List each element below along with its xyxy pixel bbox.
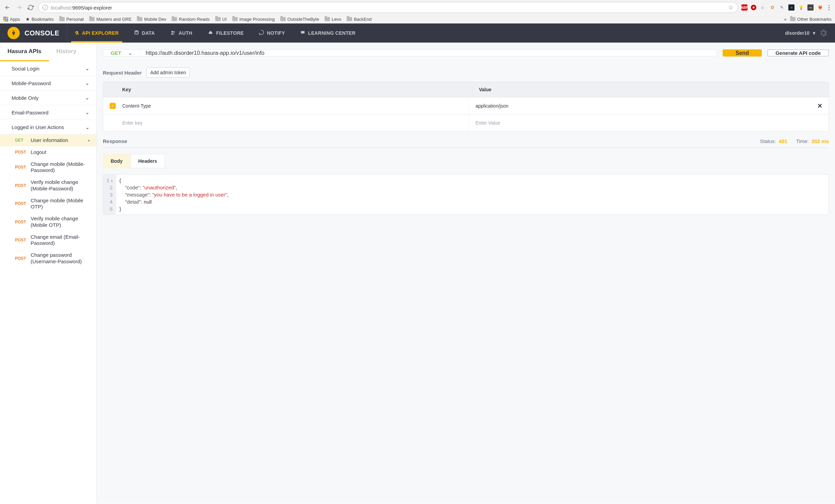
caret-down-icon: ▾ xyxy=(813,30,815,36)
ext-icon-4[interactable]: ✪ xyxy=(769,4,775,11)
console-label: CONSOLE xyxy=(25,29,59,37)
levo-folder[interactable]: Levo xyxy=(325,17,341,22)
chevron-down-icon: ⌄ xyxy=(128,50,132,56)
bookmarks-folder[interactable]: ★Bookmarks xyxy=(26,16,54,22)
database-icon xyxy=(134,30,139,36)
browser-chrome: i localhost:9695/api-explorer ☆ ABP ◐ ✪ … xyxy=(0,0,835,23)
other-bookmarks[interactable]: Other Bookmarks xyxy=(790,17,832,22)
url-text: localhost:9695/api-explorer xyxy=(51,5,112,11)
imageproc-folder[interactable]: Image Processing xyxy=(232,17,275,22)
extension-icons: ABP ◐ ✪ ✎ ⚛ 💡 ••• 🦊 xyxy=(741,4,832,11)
request-line: GET⌄ https://auth.disorder10.hasura-app.… xyxy=(103,49,717,57)
api-change-mobile-otp[interactable]: POSTChange mobile (Mobile OTP) xyxy=(0,195,96,213)
dropper-icon[interactable]: ✎ xyxy=(779,4,785,11)
group-logged-in-user[interactable]: Logged in User Actions⌃ xyxy=(0,120,96,135)
method-select[interactable]: GET⌄ xyxy=(103,50,140,56)
group-mobile-only[interactable]: Mobile Only⌄ xyxy=(0,91,96,105)
generate-api-code-button[interactable]: Generate API code xyxy=(767,49,829,57)
sidebar: Hasura APIs History Social Login⌄ Mobile… xyxy=(0,43,97,504)
fox-icon[interactable]: 🦊 xyxy=(817,4,823,11)
book-icon xyxy=(300,30,305,36)
site-info-icon[interactable]: i xyxy=(43,5,48,10)
response-title: Response xyxy=(103,138,127,144)
line-gutter: 1 ▾2345 xyxy=(103,175,116,215)
header-value-input[interactable]: Enter Value xyxy=(469,115,829,131)
response-status: 401 xyxy=(779,138,787,144)
url-input[interactable]: https://auth.disorder10.hasura-app.io/v1… xyxy=(140,50,717,56)
top-nav: ⚗API EXPLORER DATA AUTH FILESTORE NOTIFY… xyxy=(67,23,363,43)
api-change-email[interactable]: POSTChange email (Email-Password) xyxy=(0,231,96,250)
remove-header-icon[interactable]: ✕ xyxy=(817,102,822,110)
chevron-up-icon: ⌃ xyxy=(85,124,90,130)
personal-folder[interactable]: Personal xyxy=(59,17,84,22)
cloud-icon xyxy=(207,30,214,36)
sidebar-tab-hasura-apis[interactable]: Hasura APIs xyxy=(0,43,49,61)
abp-icon[interactable]: ABP xyxy=(741,4,747,11)
send-button[interactable]: Send xyxy=(723,49,762,57)
nav-data[interactable]: DATA xyxy=(126,23,162,43)
nav-learning[interactable]: LEARNING CENTER xyxy=(293,23,363,43)
group-email-password[interactable]: Email-Password⌄ xyxy=(0,105,96,120)
header-row-new: Enter key Enter Value xyxy=(103,114,829,131)
svg-point-0 xyxy=(135,30,138,32)
api-verify-mobile-pwd[interactable]: POSTVerify mobile change (Mobile-Passwor… xyxy=(0,176,96,195)
gear-icon[interactable] xyxy=(819,28,828,38)
bookmarks-overflow[interactable]: » xyxy=(784,17,787,22)
reload-button[interactable] xyxy=(27,3,35,12)
ext-icon-8[interactable]: ••• xyxy=(807,4,814,11)
logo-section[interactable]: CONSOLE xyxy=(0,23,67,43)
response-tab-headers[interactable]: Headers xyxy=(130,154,165,168)
apps-shortcut[interactable]: Apps xyxy=(3,17,20,22)
ui-folder[interactable]: UI xyxy=(215,17,227,22)
masters-folder[interactable]: Masters and GRE xyxy=(89,17,131,22)
header-key-input[interactable]: Enter key xyxy=(122,115,469,131)
response-json[interactable]: { "code": "unauthorized", "message": "yo… xyxy=(116,175,829,215)
ext-icon-3[interactable]: ◐ xyxy=(760,4,766,11)
back-button[interactable] xyxy=(3,3,12,12)
randomreads-folder[interactable]: Random Reads xyxy=(172,17,209,22)
backend-folder[interactable]: BackEnd xyxy=(347,17,372,22)
bookmark-star-icon[interactable]: ☆ xyxy=(728,4,734,11)
response-body: 1 ▾2345 { "code": "unauthorized", "messa… xyxy=(103,174,829,215)
api-user-information[interactable]: GETUser information xyxy=(0,135,96,146)
nav-notify[interactable]: NOTIFY xyxy=(251,23,293,43)
group-logged-in-user-items: GETUser information POSTLogout POSTChang… xyxy=(0,135,96,268)
nav-api-explorer[interactable]: ⚗API EXPLORER xyxy=(67,23,126,43)
users-icon xyxy=(170,30,176,36)
react-devtools-icon[interactable]: ⚛ xyxy=(788,4,794,11)
response-time: 202 ms xyxy=(812,138,829,144)
nav-filestore[interactable]: FILESTORE xyxy=(200,23,251,43)
api-change-password[interactable]: POSTChange password (Username-Password) xyxy=(0,249,96,268)
col-value: Value xyxy=(472,82,829,97)
api-logout[interactable]: POSTLogout xyxy=(0,146,96,158)
response-tab-body[interactable]: Body xyxy=(103,154,130,168)
header-value[interactable]: application/json✕ xyxy=(469,98,829,114)
header-checkbox[interactable]: ✓ xyxy=(110,103,116,109)
mobiledev-folder[interactable]: Mobile Dev xyxy=(137,17,166,22)
hasura-logo-icon xyxy=(7,27,20,39)
add-admin-token-button[interactable]: Add admin token xyxy=(146,67,190,78)
address-bar[interactable]: i localhost:9695/api-explorer ☆ xyxy=(38,2,738,13)
col-key: Key xyxy=(122,82,472,97)
api-change-mobile-pwd[interactable]: POSTChange mobile (Mobile-Password) xyxy=(0,158,96,177)
request-header-title: Request Header xyxy=(103,70,142,76)
flask-icon: ⚗ xyxy=(75,30,79,36)
bulb-icon[interactable]: 💡 xyxy=(798,4,804,11)
group-mobile-password[interactable]: Mobile-Password⌄ xyxy=(0,76,96,91)
chevron-down-icon: ⌄ xyxy=(85,65,90,72)
nav-auth[interactable]: AUTH xyxy=(162,23,200,43)
chat-icon xyxy=(259,30,264,36)
forward-button[interactable] xyxy=(15,3,23,12)
header-row: ✓ Content-Type application/json✕ xyxy=(103,97,829,114)
header-key[interactable]: Content-Type xyxy=(122,98,469,114)
chevron-down-icon: ⌄ xyxy=(85,109,90,115)
sidebar-tab-history[interactable]: History xyxy=(49,43,84,61)
ublock-icon[interactable] xyxy=(751,5,756,10)
group-social-login[interactable]: Social Login⌄ xyxy=(0,61,96,76)
outsidethebyte-folder[interactable]: OutsideTheByte xyxy=(280,17,319,22)
bookmarks-bar: Apps ★Bookmarks Personal Masters and GRE… xyxy=(0,15,835,23)
user-menu[interactable]: disorder10 ▾ xyxy=(778,23,835,43)
api-verify-mobile-otp[interactable]: POSTVerify mobile change (Mobile OTP) xyxy=(0,213,96,231)
chrome-menu-icon[interactable] xyxy=(826,5,832,10)
svg-point-2 xyxy=(173,31,175,33)
